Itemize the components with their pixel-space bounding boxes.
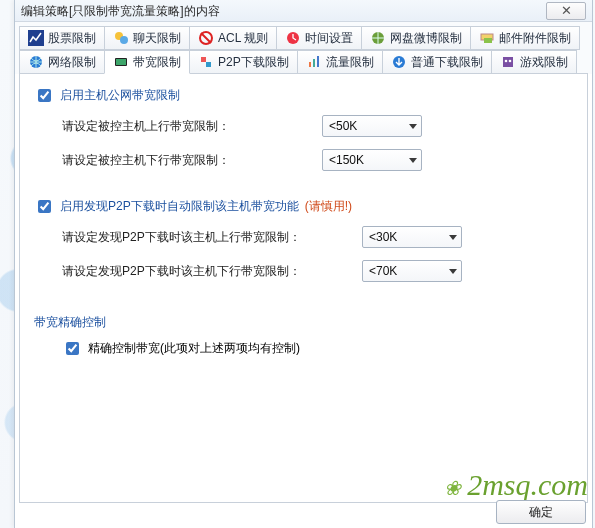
button-bar: 确定 bbox=[496, 500, 586, 524]
tab-label: 游戏限制 bbox=[520, 54, 568, 71]
tab-stock[interactable]: 股票限制 bbox=[19, 26, 105, 50]
tab-label: ACL 规则 bbox=[218, 30, 268, 47]
tab-traffic[interactable]: 流量限制 bbox=[297, 50, 383, 74]
enable-p2p-bw-checkbox[interactable] bbox=[38, 200, 51, 213]
tab-acl[interactable]: ACL 规则 bbox=[189, 26, 277, 50]
chevron-down-icon bbox=[409, 124, 417, 129]
p2p-icon bbox=[198, 54, 214, 70]
chat-icon bbox=[113, 30, 129, 46]
tab-game[interactable]: 游戏限制 bbox=[491, 50, 577, 74]
host-up-value: <50K bbox=[329, 119, 357, 133]
p2p-down-label: 请设定发现P2P下载时该主机下行带宽限制： bbox=[62, 263, 362, 280]
enable-p2p-bw-warn: (请慎用!) bbox=[305, 198, 352, 215]
tab-netdisk[interactable]: 网盘微博限制 bbox=[361, 26, 471, 50]
tabstrip: 股票限制 聊天限制 ACL 规则 时间设置 网盘微博限制 邮件附件限制 bbox=[15, 22, 592, 74]
tab-label: 时间设置 bbox=[305, 30, 353, 47]
svg-rect-0 bbox=[28, 30, 44, 46]
p2p-up-value: <30K bbox=[369, 230, 397, 244]
ok-button[interactable]: 确定 bbox=[496, 500, 586, 524]
svg-rect-13 bbox=[206, 62, 211, 67]
svg-point-19 bbox=[504, 60, 507, 63]
dialog-window: 编辑策略[只限制带宽流量策略]的内容 ✕ 股票限制 聊天限制 ACL 规则 时间… bbox=[14, 0, 593, 528]
svg-rect-16 bbox=[317, 56, 319, 67]
dialog-title: 编辑策略[只限制带宽流量策略]的内容 bbox=[21, 0, 220, 22]
enable-host-bw-checkbox[interactable] bbox=[38, 89, 51, 102]
p2p-down-combo[interactable]: <70K bbox=[362, 260, 462, 282]
netdisk-icon bbox=[370, 30, 386, 46]
tab-download[interactable]: 普通下载限制 bbox=[382, 50, 492, 74]
close-icon: ✕ bbox=[561, 0, 572, 22]
mail-icon bbox=[479, 30, 495, 46]
precise-section-title: 带宽精确控制 bbox=[34, 314, 573, 331]
tab-label: 带宽限制 bbox=[133, 54, 181, 71]
enable-host-bw-label: 启用主机公网带宽限制 bbox=[60, 87, 180, 104]
tab-mail[interactable]: 邮件附件限制 bbox=[470, 26, 580, 50]
svg-point-2 bbox=[120, 36, 128, 44]
svg-line-4 bbox=[201, 33, 211, 43]
acl-icon bbox=[198, 30, 214, 46]
svg-rect-15 bbox=[313, 59, 315, 67]
group-host-bandwidth: 启用主机公网带宽限制 请设定被控主机上行带宽限制： <50K 请设定被控主机下行… bbox=[34, 86, 573, 183]
stock-icon bbox=[28, 30, 44, 46]
tab-label: 聊天限制 bbox=[133, 30, 181, 47]
chevron-down-icon bbox=[449, 235, 457, 240]
precise-label: 精确控制带宽(此项对上述两项均有控制) bbox=[88, 340, 300, 357]
tab-label: 邮件附件限制 bbox=[499, 30, 571, 47]
close-button[interactable]: ✕ bbox=[546, 2, 586, 20]
content-pane: 启用主机公网带宽限制 请设定被控主机上行带宽限制： <50K 请设定被控主机下行… bbox=[19, 73, 588, 503]
tab-bandwidth[interactable]: 带宽限制 bbox=[104, 50, 190, 74]
p2p-down-value: <70K bbox=[369, 264, 397, 278]
ok-button-label: 确定 bbox=[529, 504, 553, 521]
tab-label: 网络限制 bbox=[48, 54, 96, 71]
tab-p2p[interactable]: P2P下载限制 bbox=[189, 50, 298, 74]
tab-label: P2P下载限制 bbox=[218, 54, 289, 71]
tab-row-2: 网络限制 带宽限制 P2P下载限制 流量限制 普通下载限制 游戏限制 bbox=[19, 50, 588, 74]
svg-rect-18 bbox=[503, 57, 513, 67]
tab-chat[interactable]: 聊天限制 bbox=[104, 26, 190, 50]
tab-label: 股票限制 bbox=[48, 30, 96, 47]
group-p2p-bandwidth: 启用发现P2P下载时自动限制该主机带宽功能 (请慎用!) 请设定发现P2P下载时… bbox=[34, 197, 573, 294]
tab-row-1: 股票限制 聊天限制 ACL 规则 时间设置 网盘微博限制 邮件附件限制 bbox=[19, 26, 588, 50]
svg-rect-11 bbox=[116, 59, 126, 65]
traffic-icon bbox=[306, 54, 322, 70]
svg-rect-14 bbox=[309, 62, 311, 67]
svg-rect-8 bbox=[484, 38, 492, 43]
group-precise: 带宽精确控制 精确控制带宽(此项对上述两项均有控制) bbox=[34, 308, 573, 358]
tab-time[interactable]: 时间设置 bbox=[276, 26, 362, 50]
tab-network[interactable]: 网络限制 bbox=[19, 50, 105, 74]
chevron-down-icon bbox=[449, 269, 457, 274]
svg-rect-12 bbox=[201, 57, 206, 62]
svg-point-20 bbox=[508, 60, 511, 63]
host-down-combo[interactable]: <150K bbox=[322, 149, 422, 171]
host-down-label: 请设定被控主机下行带宽限制： bbox=[62, 152, 322, 169]
host-up-label: 请设定被控主机上行带宽限制： bbox=[62, 118, 322, 135]
time-icon bbox=[285, 30, 301, 46]
p2p-up-combo[interactable]: <30K bbox=[362, 226, 462, 248]
host-up-combo[interactable]: <50K bbox=[322, 115, 422, 137]
tab-label: 网盘微博限制 bbox=[390, 30, 462, 47]
precise-checkbox[interactable] bbox=[66, 342, 79, 355]
tab-label: 流量限制 bbox=[326, 54, 374, 71]
host-down-value: <150K bbox=[329, 153, 364, 167]
download-icon bbox=[391, 54, 407, 70]
bandwidth-icon bbox=[113, 54, 129, 70]
titlebar: 编辑策略[只限制带宽流量策略]的内容 ✕ bbox=[15, 0, 592, 22]
tab-label: 普通下载限制 bbox=[411, 54, 483, 71]
p2p-up-label: 请设定发现P2P下载时该主机上行带宽限制： bbox=[62, 229, 362, 246]
game-icon bbox=[500, 54, 516, 70]
chevron-down-icon bbox=[409, 158, 417, 163]
enable-p2p-bw-label: 启用发现P2P下载时自动限制该主机带宽功能 bbox=[60, 198, 299, 215]
net-icon bbox=[28, 54, 44, 70]
